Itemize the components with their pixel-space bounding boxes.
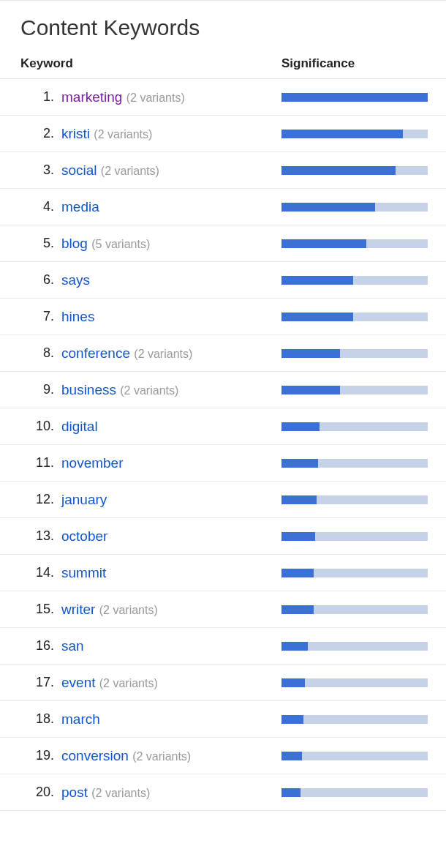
significance-bar-fill bbox=[281, 203, 375, 212]
keyword-link[interactable]: san bbox=[61, 638, 84, 654]
significance-bar-fill bbox=[281, 605, 314, 614]
significance-bar-fill bbox=[281, 532, 315, 541]
significance-bar-fill bbox=[281, 422, 320, 431]
table-row: 9.business (2 variants) bbox=[0, 372, 446, 408]
keyword-variants: (5 variants) bbox=[91, 238, 150, 250]
significance-bar-fill bbox=[281, 569, 314, 577]
row-keyword-cell: says bbox=[61, 272, 281, 288]
table-row: 12.january bbox=[0, 482, 446, 518]
row-rank: 6. bbox=[0, 272, 61, 288]
table-row: 1.marketing (2 variants) bbox=[0, 79, 446, 116]
keyword-link[interactable]: november bbox=[61, 455, 124, 471]
table-row: 7.hines bbox=[0, 299, 446, 335]
significance-bar bbox=[281, 788, 428, 797]
table-row: 11.november bbox=[0, 445, 446, 482]
page-title: Content Keywords bbox=[0, 1, 446, 56]
significance-bar bbox=[281, 386, 428, 394]
significance-bar-fill bbox=[281, 752, 302, 760]
row-rank: 12. bbox=[0, 492, 61, 507]
significance-bar-fill bbox=[281, 459, 318, 468]
keyword-link[interactable]: writer bbox=[61, 602, 95, 617]
significance-bar-fill bbox=[281, 349, 340, 358]
keyword-link[interactable]: summit bbox=[61, 565, 106, 580]
keyword-link[interactable]: conference bbox=[61, 345, 130, 361]
table-row: 10.digital bbox=[0, 408, 446, 445]
row-rank: 4. bbox=[0, 199, 61, 214]
significance-bar-fill bbox=[281, 276, 353, 285]
table-row: 2.kristi (2 variants) bbox=[0, 116, 446, 152]
keyword-link[interactable]: event bbox=[61, 675, 95, 690]
row-rank: 3. bbox=[0, 162, 61, 178]
row-rank: 9. bbox=[0, 382, 61, 397]
significance-bar bbox=[281, 239, 428, 248]
significance-bar bbox=[281, 130, 428, 138]
significance-bar bbox=[281, 752, 428, 760]
row-keyword-cell: conference (2 variants) bbox=[61, 345, 281, 362]
table-row: 15.writer (2 variants) bbox=[0, 591, 446, 628]
significance-bar bbox=[281, 276, 428, 285]
keyword-link[interactable]: post bbox=[61, 785, 88, 800]
keyword-link[interactable]: social bbox=[61, 162, 97, 178]
keyword-variants: (2 variants) bbox=[94, 128, 152, 141]
row-keyword-cell: san bbox=[61, 638, 281, 654]
significance-bar bbox=[281, 349, 428, 358]
keyword-link[interactable]: digital bbox=[61, 419, 98, 434]
row-keyword-cell: november bbox=[61, 455, 281, 471]
keyword-link[interactable]: kristi bbox=[61, 126, 90, 141]
table-row: 8.conference (2 variants) bbox=[0, 335, 446, 372]
table-row: 13.october bbox=[0, 518, 446, 555]
table-row: 19.conversion (2 variants) bbox=[0, 738, 446, 774]
significance-bar bbox=[281, 422, 428, 431]
row-rank: 10. bbox=[0, 419, 61, 434]
significance-bar-fill bbox=[281, 386, 340, 394]
table-row: 20.post (2 variants) bbox=[0, 774, 446, 811]
column-header-keyword[interactable]: Keyword bbox=[0, 56, 281, 71]
keyword-link[interactable]: says bbox=[61, 272, 90, 288]
significance-bar-fill bbox=[281, 678, 305, 687]
row-keyword-cell: writer (2 variants) bbox=[61, 602, 281, 618]
keyword-link[interactable]: hines bbox=[61, 309, 94, 324]
table-row: 5.blog (5 variants) bbox=[0, 225, 446, 262]
significance-bar-fill bbox=[281, 313, 353, 321]
row-rank: 16. bbox=[0, 638, 61, 654]
row-keyword-cell: january bbox=[61, 492, 281, 508]
row-rank: 2. bbox=[0, 126, 61, 141]
keyword-link[interactable]: october bbox=[61, 528, 107, 544]
keyword-link[interactable]: conversion bbox=[61, 748, 129, 763]
row-rank: 14. bbox=[0, 565, 61, 580]
keyword-link[interactable]: blog bbox=[61, 236, 88, 251]
row-keyword-cell: marketing (2 variants) bbox=[61, 89, 281, 105]
significance-bar bbox=[281, 678, 428, 687]
row-rank: 7. bbox=[0, 309, 61, 324]
row-keyword-cell: event (2 variants) bbox=[61, 675, 281, 691]
keyword-variants: (2 variants) bbox=[99, 677, 158, 689]
significance-bar bbox=[281, 93, 428, 102]
table-body: 1.marketing (2 variants)2.kristi (2 vari… bbox=[0, 79, 446, 811]
row-rank: 18. bbox=[0, 711, 61, 727]
table-row: 17.event (2 variants) bbox=[0, 665, 446, 701]
significance-bar-fill bbox=[281, 788, 301, 797]
significance-bar-fill bbox=[281, 93, 428, 102]
keyword-variants: (2 variants) bbox=[101, 165, 159, 177]
keyword-variants: (2 variants) bbox=[91, 787, 150, 799]
keyword-link[interactable]: media bbox=[61, 199, 99, 214]
significance-bar bbox=[281, 715, 428, 724]
keyword-variants: (2 variants) bbox=[134, 348, 192, 360]
row-rank: 8. bbox=[0, 345, 61, 361]
row-keyword-cell: march bbox=[61, 711, 281, 727]
row-keyword-cell: hines bbox=[61, 309, 281, 325]
significance-bar bbox=[281, 495, 428, 504]
keyword-link[interactable]: march bbox=[61, 711, 100, 727]
row-keyword-cell: october bbox=[61, 528, 281, 545]
row-keyword-cell: business (2 variants) bbox=[61, 382, 281, 398]
significance-bar-fill bbox=[281, 239, 366, 248]
row-rank: 20. bbox=[0, 785, 61, 800]
row-keyword-cell: post (2 variants) bbox=[61, 785, 281, 801]
keyword-link[interactable]: business bbox=[61, 382, 116, 397]
column-header-significance[interactable]: Significance bbox=[281, 56, 355, 71]
keyword-link[interactable]: january bbox=[61, 492, 107, 507]
keyword-link[interactable]: marketing bbox=[61, 89, 122, 105]
row-keyword-cell: conversion (2 variants) bbox=[61, 748, 281, 764]
table-row: 18.march bbox=[0, 701, 446, 738]
keyword-variants: (2 variants) bbox=[126, 91, 185, 104]
